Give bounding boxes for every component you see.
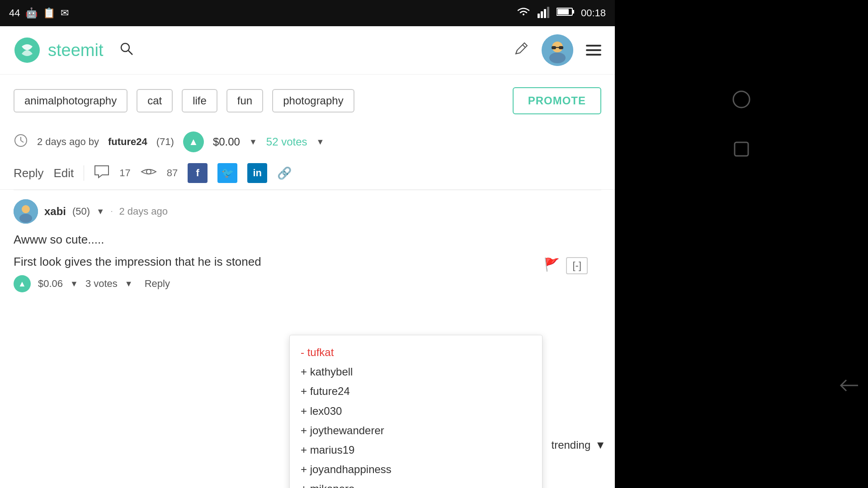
tag-fun[interactable]: fun [226,89,263,113]
status-number: 44 [9,7,20,19]
collapse-button[interactable]: [-] [566,257,588,274]
comment-text-1: Awww so cute..... [14,231,601,249]
user-avatar[interactable] [542,34,573,66]
clipboard-icon: 📋 [43,7,55,19]
wifi-signal-icon [516,5,531,21]
svg-rect-0 [538,14,540,18]
svg-point-24 [19,214,32,223]
vote-item-2: + future24 [301,381,531,401]
time-display: 00:18 [581,7,606,19]
status-left-icons: 44 🤖 📋 ✉ [9,7,69,19]
svg-rect-6 [557,9,569,14]
comment-votes-count: 3 votes [85,278,118,290]
votes-dropdown: - tufkat + kathybell + future24 + lex030… [289,335,542,488]
payout-dropdown-arrow[interactable]: ▼ [249,137,257,147]
comment-icon [94,165,109,182]
comment-votes-dropdown[interactable]: ▼ [125,279,133,289]
comment-reply-link[interactable]: Reply [145,278,170,290]
vote-item-5: + marius19 [301,440,531,460]
payout-value: $0.00 [213,136,240,148]
divider [84,165,84,181]
svg-rect-5 [572,10,574,14]
tag-animalphotography[interactable]: animalphotography [14,89,127,113]
navbar: steemit [0,26,615,75]
hamburger-line-3 [586,54,601,56]
comment-section: xabi (50) ▼ · 2 days ago Awww so cute...… [0,190,615,301]
tag-photography[interactable]: photography [272,89,354,113]
time-ago-text: 2 days ago by [37,136,99,148]
vote-item-3: + lex030 [301,401,531,421]
twitter-share-button[interactable]: 🐦 [217,163,237,183]
votes-count[interactable]: 52 votes [266,136,307,148]
trending-dropdown-arrow[interactable]: ▼ [595,439,606,451]
svg-rect-16 [559,46,563,49]
clock-icon [14,133,28,151]
signal-bars-icon [538,5,550,21]
comment-payout: $0.06 [38,278,63,290]
battery-icon [557,7,575,19]
comment-author-row: xabi (50) ▼ · 2 days ago [14,199,601,224]
votes-dropdown-arrow[interactable]: ▼ [316,137,325,147]
svg-line-20 [21,141,24,142]
comment-upvote-button[interactable]: ▲ [14,275,31,292]
vote-item-7: + mikenero [301,479,531,488]
action-bar: Reply Edit 17 87 f 🐦 in 🔗 [0,157,615,190]
robot-icon: 🤖 [25,7,38,19]
steemit-logo-icon [14,37,41,64]
comment-time-ago: 2 days ago [119,206,168,217]
svg-rect-1 [541,11,543,18]
comment-text-2: First look gives the impression that he … [14,253,601,271]
compose-icon[interactable] [514,41,529,60]
comment-payout-dropdown[interactable]: ▼ [70,279,78,289]
svg-rect-26 [735,142,748,156]
reply-link[interactable]: Reply [14,166,43,180]
comment-actions-right: 🚩 [-] [544,257,588,274]
logo-text: steemit [48,41,103,60]
vote-item-4: + joythewanderer [301,421,531,440]
comment-avatar [14,199,38,224]
search-button[interactable] [119,42,134,59]
status-right-icons: 00:18 [516,5,606,21]
svg-point-8 [121,43,129,52]
tag-cat[interactable]: cat [137,89,173,113]
circle-icon [731,89,751,113]
author-name[interactable]: future24 [108,136,147,148]
linkedin-share-button[interactable]: in [247,163,267,183]
author-rep: (71) [156,136,174,148]
post-meta: 2 days ago by future24 (71) ▲ $0.00 ▼ 52… [0,127,615,157]
svg-rect-3 [547,7,549,18]
tags-section: animalphotography cat life fun photograp… [0,75,615,127]
svg-rect-15 [552,46,556,49]
edit-link[interactable]: Edit [53,166,74,180]
trending-label: trending [552,439,591,451]
menu-button[interactable] [586,45,601,56]
status-bar: 44 🤖 📋 ✉ [0,0,615,26]
comment-vote-row: ▲ $0.06 ▼ 3 votes ▼ Reply [14,275,601,292]
navbar-left: steemit [14,37,134,64]
upvote-button[interactable]: ▲ [183,131,204,152]
back-button[interactable] [839,377,859,398]
facebook-share-button[interactable]: f [188,163,208,183]
copy-link-button[interactable]: 🔗 [277,166,292,180]
svg-line-10 [523,45,525,47]
flag-button[interactable]: 🚩 [544,257,560,274]
tag-life[interactable]: life [182,89,217,113]
comment-username[interactable]: xabi [44,205,66,218]
comment-count: 17 [119,167,130,179]
navbar-right [514,34,601,66]
mail-icon: ✉ [61,7,69,19]
svg-point-25 [733,91,750,108]
svg-point-14 [549,52,566,63]
comment-rep: (50) [72,206,90,217]
comment-dropdown-arrow[interactable]: ▼ [96,207,104,216]
svg-line-9 [128,51,132,55]
hamburger-line-1 [586,45,601,47]
vote-item-1: + kathybell [301,362,531,381]
comment-separator-dot: · [111,207,113,216]
svg-point-23 [22,205,30,213]
hamburger-line-2 [586,49,601,51]
promote-button[interactable]: PROMOTE [513,87,601,114]
svg-rect-2 [544,9,546,18]
trending-sort[interactable]: trending ▼ [542,434,615,456]
vote-item-0: - tufkat [301,343,531,362]
